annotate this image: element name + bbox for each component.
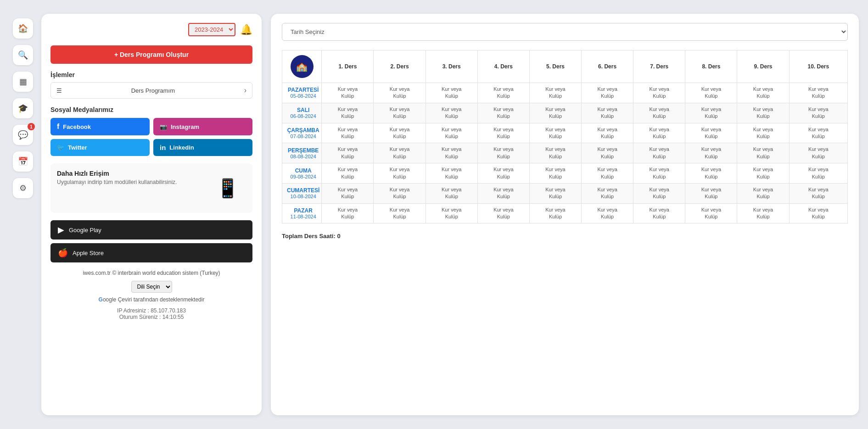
facebook-icon: f [57, 123, 59, 131]
table-row: CUMARTESİ10-08-2024Kur veyaKulüpKur veya… [282, 183, 848, 203]
apple-store-label: Apple Store [73, 250, 104, 256]
instagram-button[interactable]: 📷 Instagram [153, 118, 252, 135]
apple-store-button[interactable]: 🍎 Apple Store [50, 243, 252, 262]
kur-cell: Kur veyaKulüp [582, 103, 633, 123]
kur-cell: Kur veyaKulüp [322, 83, 374, 103]
facebook-button[interactable]: f Facebook [50, 118, 150, 135]
kur-cell: Kur veyaKulüp [737, 83, 789, 103]
kur-cell: Kur veyaKulüp [582, 83, 633, 103]
day-cell: PAZAR11-08-2024 [282, 203, 322, 223]
kur-cell: Kur veyaKulüp [633, 83, 685, 103]
table-row: PAZARTESİ05-08-2024Kur veyaKulüpKur veya… [282, 83, 848, 103]
kur-cell: Kur veyaKulüp [426, 203, 477, 223]
sidebar-settings-btn[interactable]: ⚙ [13, 178, 33, 198]
settings-icon: ⚙ [19, 183, 27, 193]
kur-cell: Kur veyaKulüp [789, 83, 847, 103]
sidebar-grid-btn[interactable]: ▦ [13, 72, 33, 92]
app-download-buttons: ▶ Google Play 🍎 Apple Store [50, 220, 252, 262]
day-date: 08-08-2024 [287, 154, 319, 159]
hizli-illustration: 📱 [209, 170, 246, 206]
apple-icon: 🍎 [58, 248, 68, 258]
kur-cell: Kur veyaKulüp [374, 143, 426, 163]
kur-cell: Kur veyaKulüp [789, 203, 847, 223]
sidebar-calendar-btn[interactable]: 📅 [13, 151, 33, 172]
sidebar-chat-btn[interactable]: 💬 1 [13, 125, 33, 145]
kur-cell: Kur veyaKulüp [685, 83, 737, 103]
table-row: PAZAR11-08-2024Kur veyaKulüpKur veyaKulü… [282, 203, 848, 223]
google-g: G [99, 296, 103, 303]
kur-cell: Kur veyaKulüp [529, 163, 581, 184]
ip-label: IP Adresiniz : 85.107.70.183 [50, 307, 252, 314]
hizli-erisim-desc: Uygulamayı indirip tüm modülleri kullana… [57, 179, 202, 185]
school-logo: 🏫 [291, 55, 314, 78]
kur-cell: Kur veyaKulüp [426, 183, 477, 203]
kur-cell: Kur veyaKulüp [477, 123, 529, 143]
day-date: 11-08-2024 [287, 214, 319, 219]
kur-cell: Kur veyaKulüp [529, 103, 581, 123]
sidebar-graduation-btn[interactable]: 🎓 [13, 98, 33, 118]
notification-bell-icon[interactable]: 🔔 [240, 24, 252, 36]
kur-cell: Kur veyaKulüp [737, 203, 789, 223]
kur-cell: Kur veyaKulüp [529, 203, 581, 223]
linkedin-icon: in [160, 144, 166, 151]
sidebar-search-btn[interactable]: 🔍 [13, 45, 33, 65]
table-header-row: 🏫 1. Ders 2. Ders 3. Ders 4. Ders 5. Der… [282, 50, 848, 83]
ders-programi-row[interactable]: ☰ Ders Programım › [50, 82, 252, 99]
kur-cell: Kur veyaKulüp [633, 163, 685, 184]
day-cell: SALI06-08-2024 [282, 103, 322, 123]
left-panel: 2023-2024 2022-2023 2021-2022 🔔 + Ders P… [41, 14, 262, 415]
day-cell: PAZARTESİ05-08-2024 [282, 83, 322, 103]
year-select[interactable]: 2023-2024 2022-2023 2021-2022 [188, 23, 235, 36]
chat-badge: 1 [28, 123, 35, 130]
kur-cell: Kur veyaKulüp [426, 83, 477, 103]
linkedin-button[interactable]: in Linkedin [153, 139, 252, 156]
day-date: 07-08-2024 [287, 134, 319, 139]
google-oogle: oogle [103, 296, 116, 303]
col-1-header: 1. Ders [322, 50, 374, 83]
hizli-erisim-section: Daha Hızlı Erişim Uygulamayı indirip tüm… [50, 163, 252, 213]
date-select[interactable]: Tarih Seçiniz [282, 23, 848, 41]
sidebar-home-btn[interactable]: 🏠 [13, 18, 33, 39]
kur-cell: Kur veyaKulüp [633, 103, 685, 123]
table-row: CUMA09-08-2024Kur veyaKulüpKur veyaKulüp… [282, 163, 848, 184]
right-panel: Tarih Seçiniz 🏫 1. Ders 2. Ders 3. Ders … [271, 14, 859, 415]
col-4-header: 4. Ders [477, 50, 529, 83]
table-row: PERŞEMBE08-08-2024Kur veyaKulüpKur veyaK… [282, 143, 848, 163]
date-select-row: Tarih Seçiniz [282, 23, 848, 41]
grid-icon: ▦ [19, 77, 27, 87]
ders-programi-label: Ders Programım [131, 87, 175, 94]
col-7-header: 7. Ders [633, 50, 685, 83]
calendar-icon: 📅 [18, 156, 28, 167]
table-row: SALI06-08-2024Kur veyaKulüpKur veyaKulüp… [282, 103, 848, 123]
day-name: SALI [287, 107, 319, 113]
day-cell: CUMARTESİ10-08-2024 [282, 183, 322, 203]
kur-cell: Kur veyaKulüp [582, 123, 633, 143]
day-name: PERŞEMBE [287, 147, 319, 154]
language-select[interactable]: Dili Seçin [131, 281, 172, 293]
search-icon: 🔍 [18, 50, 28, 60]
col-6-header: 6. Ders [582, 50, 633, 83]
day-date: 09-08-2024 [287, 174, 319, 179]
google-play-button[interactable]: ▶ Google Play [50, 220, 252, 240]
schedule-tbody: PAZARTESİ05-08-2024Kur veyaKulüpKur veya… [282, 83, 848, 223]
create-schedule-button[interactable]: + Ders Programı Oluştur [50, 45, 252, 64]
kur-cell: Kur veyaKulüp [582, 163, 633, 184]
kur-cell: Kur veyaKulüp [789, 163, 847, 184]
kur-cell: Kur veyaKulüp [374, 163, 426, 184]
day-cell: PERŞEMBE08-08-2024 [282, 143, 322, 163]
left-panel-header: 2023-2024 2022-2023 2021-2022 🔔 [50, 23, 252, 36]
kur-cell: Kur veyaKulüp [477, 143, 529, 163]
arrow-right-icon: › [244, 86, 246, 95]
islemler-title: İşlemler [50, 71, 252, 78]
kur-cell: Kur veyaKulüp [322, 163, 374, 184]
day-cell: CUMA09-08-2024 [282, 163, 322, 184]
kur-cell: Kur veyaKulüp [374, 83, 426, 103]
twitter-button[interactable]: 🐦 Twitter [50, 139, 150, 156]
day-date: 06-08-2024 [287, 113, 319, 119]
col-5-header: 5. Ders [529, 50, 581, 83]
footer-meta: IP Adresiniz : 85.107.70.183 Oturum Süre… [50, 307, 252, 320]
google-translate-notice: Google Çeviri tarafından desteklenmekted… [50, 296, 252, 303]
day-name: CUMA [287, 167, 319, 174]
day-date: 10-08-2024 [287, 194, 319, 199]
play-icon: ▶ [58, 225, 64, 235]
